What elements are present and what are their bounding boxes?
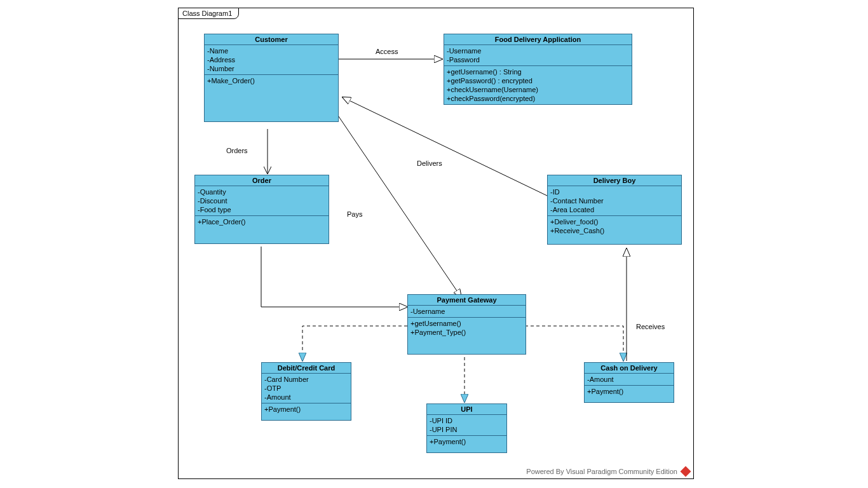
attributes-section: -ID -Contact Number -Area Located	[548, 186, 681, 216]
attributes-section: -Username	[408, 306, 526, 318]
class-payment-gateway[interactable]: Payment Gateway -Username +getUsername()…	[407, 294, 526, 355]
class-delivery-boy[interactable]: Delivery Boy -ID -Contact Number -Area L…	[547, 175, 682, 245]
class-title: Food Delivery Application	[444, 34, 632, 45]
attribute: -OTP	[264, 384, 348, 393]
operations-section: +Deliver_food() +Receive_Cash()	[548, 216, 681, 244]
diagram-title: Class Diagram1	[182, 10, 232, 17]
class-order[interactable]: Order -Quantity -Discount -Food type +Pl…	[194, 175, 329, 244]
attributes-section: -Name -Address -Number	[205, 45, 338, 75]
operation: +Payment()	[430, 437, 504, 446]
attributes-section: -Amount	[585, 374, 674, 386]
class-title: Debit/Credit Card	[262, 363, 351, 374]
label-pays: Pays	[347, 210, 362, 218]
operation: +getUsername() : String	[447, 67, 629, 76]
class-customer[interactable]: Customer -Name -Address -Number +Make_Or…	[204, 34, 339, 122]
class-upi[interactable]: UPI -UPI ID -UPI PIN +Payment()	[426, 403, 507, 453]
footer-text: Powered By Visual Paradigm Community Edi…	[526, 468, 677, 475]
attribute: -Card Number	[264, 375, 348, 384]
class-title: Customer	[205, 34, 338, 45]
attribute: -Address	[207, 55, 336, 64]
class-cash-on-delivery[interactable]: Cash on Delivery -Amount +Payment()	[584, 362, 674, 403]
diagram-frame: Class Diagram1	[178, 8, 694, 479]
label-receives: Receives	[636, 323, 665, 330]
label-access: Access	[376, 48, 398, 55]
operations-section: +getUsername() : String +getPassword() :…	[444, 66, 632, 104]
attribute: -Number	[207, 64, 336, 73]
operation: +Deliver_food()	[550, 217, 679, 226]
svg-line-3	[334, 110, 461, 297]
attributes-section: -Card Number -OTP -Amount	[262, 374, 351, 403]
attribute: -Area Located	[550, 205, 679, 214]
class-title: UPI	[427, 404, 506, 415]
attribute: -Contact Number	[550, 196, 679, 205]
operation: +Payment_Type()	[410, 328, 523, 337]
class-debit-credit-card[interactable]: Debit/Credit Card -Card Number -OTP -Amo…	[261, 362, 351, 421]
attribute: -ID	[550, 187, 679, 196]
attribute: -UPI PIN	[430, 425, 504, 434]
attribute: -Password	[447, 55, 629, 64]
svg-line-2	[342, 97, 547, 196]
class-title: Delivery Boy	[548, 175, 681, 186]
label-orders: Orders	[226, 147, 248, 154]
class-title: Cash on Delivery	[585, 363, 674, 374]
operations-section: +Place_Order()	[195, 216, 329, 243]
diagram-title-tab: Class Diagram1	[178, 8, 239, 19]
visual-paradigm-icon	[681, 466, 691, 477]
operations-section: +Payment()	[427, 436, 506, 452]
attribute: -Amount	[587, 375, 671, 384]
attribute: -Food type	[198, 205, 326, 214]
attribute: -Amount	[264, 393, 348, 402]
operation: +getUsername()	[410, 319, 523, 328]
attributes-section: -UPI ID -UPI PIN	[427, 415, 506, 436]
operation: +getPassword() : encrypted	[447, 76, 629, 85]
operation: +Payment()	[264, 405, 348, 414]
attribute: -Quantity	[198, 187, 326, 196]
attribute: -Name	[207, 46, 336, 55]
operation: +checkUsername(Username)	[447, 85, 629, 94]
operation: +Place_Order()	[198, 217, 326, 226]
attribute: -Username	[410, 307, 523, 316]
class-food-delivery-application[interactable]: Food Delivery Application -Username -Pas…	[444, 34, 632, 105]
attributes-section: -Username -Password	[444, 45, 632, 66]
operations-section: +Payment()	[262, 403, 351, 420]
operations-section: +getUsername() +Payment_Type()	[408, 318, 526, 354]
operation: +checkPassword(encrypted)	[447, 94, 629, 103]
attribute: -Discount	[198, 196, 326, 205]
operations-section: +Make_Order()	[205, 75, 338, 121]
label-delivers: Delivers	[417, 159, 442, 167]
operation: +Make_Order()	[207, 76, 336, 85]
class-title: Order	[195, 175, 329, 186]
attribute: -Username	[447, 46, 629, 55]
attribute: -UPI ID	[430, 416, 504, 425]
class-title: Payment Gateway	[408, 295, 526, 306]
operations-section: +Payment()	[585, 386, 674, 402]
attributes-section: -Quantity -Discount -Food type	[195, 186, 329, 216]
footer: Powered By Visual Paradigm Community Edi…	[526, 468, 689, 476]
operation: +Receive_Cash()	[550, 226, 679, 235]
operation: +Payment()	[587, 387, 671, 396]
